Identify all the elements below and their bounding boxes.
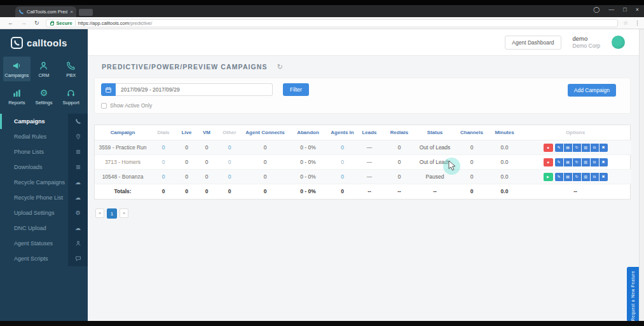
lists-button[interactable]: ▤: [564, 173, 572, 181]
reload-icon[interactable]: ↻: [34, 20, 39, 26]
col-status[interactable]: Status: [416, 125, 454, 140]
page-prev-button[interactable]: «: [95, 208, 104, 218]
back-icon[interactable]: ←: [8, 20, 13, 26]
col-agents-in[interactable]: Agents In: [329, 125, 356, 140]
browser-menu-icon[interactable]: ⋮: [634, 20, 640, 26]
col-dials[interactable]: Dials: [151, 125, 176, 140]
col-other[interactable]: Other: [216, 125, 243, 140]
scrollbar[interactable]: [639, 29, 644, 321]
campaign-name[interactable]: 3713 - Homers: [95, 155, 151, 170]
address-bar[interactable]: Secure https://app.calltools.com/predict…: [46, 19, 618, 27]
table-row: 3559 - Practice Run 0 0 0 0 0 0 - 0% 0 —…: [95, 140, 631, 155]
col-redials[interactable]: Redials: [383, 125, 416, 140]
copy-button[interactable]: ⧉: [591, 173, 599, 181]
copy-button[interactable]: ⧉: [591, 158, 599, 166]
request-feature-tab[interactable]: Request a New Feature ⚙: [627, 267, 639, 322]
omnibox-divider: [75, 20, 76, 26]
lists-button[interactable]: ▤: [564, 144, 572, 152]
stop-campaign-button[interactable]: ■: [544, 158, 553, 166]
recycle-button[interactable]: ↻: [573, 144, 581, 152]
pagination: « 1 »: [95, 208, 636, 219]
show-active-only-label: Show Active Only: [110, 102, 152, 109]
logo-text: calltools: [27, 37, 67, 48]
add-campaign-button[interactable]: Add Campaign: [568, 84, 616, 97]
list-icon: [68, 144, 88, 160]
campaigns-table: Campaign Dials Live VM Other Agent Conne…: [94, 125, 631, 200]
sidebar-item-agent-scripts[interactable]: Agent Scripts: [0, 251, 88, 266]
agent-dashboard-button[interactable]: Agent Dashboard: [505, 36, 561, 50]
filter-panel: Filter Add Campaign Show Active Only: [94, 78, 631, 114]
start-campaign-button[interactable]: ▶: [544, 173, 553, 181]
copy-icon: ⧉: [593, 175, 596, 179]
lists-button[interactable]: ▤: [564, 158, 572, 166]
col-minutes[interactable]: Minutes: [490, 125, 519, 140]
bookmark-star-icon[interactable]: ☆: [623, 20, 628, 26]
col-leads[interactable]: Leads: [356, 125, 383, 140]
refresh-icon[interactable]: ↻: [277, 63, 283, 71]
date-range-input[interactable]: [116, 83, 273, 96]
col-channels[interactable]: Channels: [454, 125, 490, 140]
show-active-only-checkbox[interactable]: [101, 103, 107, 109]
sidebar-item-downloads[interactable]: Downloads: [0, 160, 88, 175]
stop-campaign-button[interactable]: ■: [544, 144, 553, 152]
col-live[interactable]: Live: [176, 125, 197, 140]
profile-icon[interactable]: ◯: [593, 6, 599, 13]
tile-label: PBX: [66, 72, 76, 78]
sidebar-item-phone-lists[interactable]: Phone Lists: [0, 144, 88, 160]
campaign-name[interactable]: 10548 - Bonanza: [95, 170, 151, 184]
recycle-button[interactable]: ↻: [573, 173, 581, 181]
calendar-icon: [105, 86, 112, 93]
col-abandon[interactable]: Abandon: [287, 125, 329, 140]
delete-button[interactable]: ✖: [599, 158, 608, 166]
copy-button[interactable]: ⧉: [591, 144, 599, 152]
tab-close-icon[interactable]: ×: [70, 9, 73, 15]
recycle-button[interactable]: ↻: [573, 158, 581, 166]
sidebar-item-dnc-upload[interactable]: DNC Upload ☁: [0, 221, 88, 236]
sidebar: calltools Campaigns CRM PBX Reports: [0, 29, 88, 321]
report-icon: ▥: [584, 146, 587, 149]
edit-campaign-button[interactable]: ✎: [555, 158, 563, 166]
avatar[interactable]: [612, 36, 625, 49]
edit-icon: ✎: [557, 146, 560, 149]
col-options: Options: [519, 125, 631, 140]
tile-pbx[interactable]: PBX: [57, 57, 85, 81]
table-row: 3713 - Homers 0 0 0 0 0 0 - 0% 0 — 0 Out: [95, 155, 631, 170]
col-agent-connects[interactable]: Agent Connects: [243, 125, 287, 140]
delete-button[interactable]: ✖: [599, 173, 608, 181]
window-minimize-button[interactable]: —: [608, 6, 614, 13]
cloud-icon: ☁: [68, 175, 88, 190]
sidebar-item-recycle-phone-list[interactable]: Recycle Phone List ☁: [0, 190, 88, 205]
user-block[interactable]: demo Demo Corp: [573, 35, 600, 50]
tile-settings[interactable]: ⚙ Settings: [31, 84, 58, 109]
col-vm[interactable]: VM: [197, 125, 216, 140]
window-maximize-button[interactable]: □: [623, 6, 626, 13]
edit-campaign-button[interactable]: ✎: [555, 173, 563, 181]
sidebar-item-redial-rules[interactable]: Redial Rules: [0, 129, 88, 144]
campaign-name[interactable]: 3559 - Practice Run: [95, 140, 151, 155]
report-button[interactable]: ▥: [582, 144, 590, 152]
sidebar-item-recycle-campaigns[interactable]: Recycle Campaigns ☁: [0, 175, 88, 190]
tile-campaigns[interactable]: Campaigns: [3, 57, 31, 81]
new-tab-button[interactable]: [79, 9, 93, 16]
page-1-button[interactable]: 1: [107, 208, 117, 219]
calltools-logo[interactable]: calltools: [0, 29, 88, 55]
browser-tab[interactable]: CallTools.com Predictive ×: [15, 6, 76, 17]
filter-button[interactable]: Filter: [283, 83, 309, 96]
sidebar-item-agent-statuses[interactable]: Agent Statuses: [0, 236, 88, 251]
edit-campaign-button[interactable]: ✎: [555, 144, 563, 152]
calendar-button[interactable]: [101, 83, 116, 96]
delete-button[interactable]: ✖: [599, 144, 608, 152]
report-button[interactable]: ▥: [582, 173, 590, 181]
edit-icon: ✎: [557, 175, 560, 179]
report-button[interactable]: ▥: [582, 158, 590, 166]
list-icon: ▤: [566, 175, 570, 179]
col-campaign[interactable]: Campaign: [95, 125, 151, 140]
sidebar-item-campaigns[interactable]: Campaigns: [0, 114, 88, 129]
tile-crm[interactable]: CRM: [31, 57, 58, 81]
page-next-button[interactable]: »: [120, 208, 128, 218]
window-close-button[interactable]: ×: [636, 6, 639, 13]
tile-support[interactable]: Support: [57, 84, 85, 109]
forward-icon[interactable]: →: [21, 20, 27, 26]
sidebar-item-upload-settings[interactable]: Upload Settings ⚙: [0, 205, 88, 221]
tile-reports[interactable]: Reports: [3, 84, 31, 109]
